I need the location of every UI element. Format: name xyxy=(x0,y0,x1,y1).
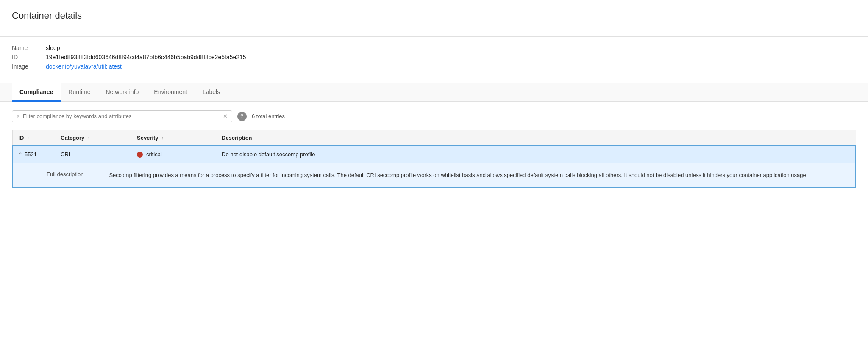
filter-row: ▿ ✕ ? 6 total entries xyxy=(12,110,856,122)
image-label: Image xyxy=(12,63,46,70)
meta-section: Name sleep ID 19e1fed893883fdd603646d8f9… xyxy=(0,37,868,77)
full-desc-text: Seccomp filtering provides a means for a… xyxy=(109,171,806,180)
image-link[interactable]: docker.io/yuvalavra/util:latest xyxy=(46,63,122,70)
tabs-bar: Compliance Runtime Network info Environm… xyxy=(0,83,868,102)
filter-icon: ▿ xyxy=(17,113,19,119)
meta-name-row: Name sleep xyxy=(12,44,856,51)
table-body: ⌃ 5521 CRI critical Do not disable defau… xyxy=(12,146,856,188)
table-row[interactable]: ⌃ 5521 CRI critical Do not disable defau… xyxy=(12,146,856,163)
row-id-cell: ⌃ 5521 xyxy=(12,146,55,163)
row-description-cell: Do not disable default seccomp profile xyxy=(216,146,856,163)
total-entries: 6 total entries xyxy=(252,113,285,119)
compliance-content: ▿ ✕ ? 6 total entries ID ↕ Category ↕ Se… xyxy=(0,102,868,196)
table-header: ID ↕ Category ↕ Severity ↕ Description xyxy=(12,130,856,146)
tab-labels[interactable]: Labels xyxy=(195,83,228,102)
detail-content: Full description Seccomp filtering provi… xyxy=(47,171,843,180)
row-severity-cell: critical xyxy=(131,146,216,163)
filter-input-wrap[interactable]: ▿ ✕ xyxy=(12,110,232,122)
row-id-value: 5521 xyxy=(25,151,37,158)
severity-dot xyxy=(137,152,143,158)
id-label: ID xyxy=(12,54,46,61)
detail-cell: Full description Seccomp filtering provi… xyxy=(12,163,856,188)
col-header-description: Description xyxy=(216,130,856,146)
meta-image-row: Image docker.io/yuvalavra/util:latest xyxy=(12,63,856,70)
tab-runtime[interactable]: Runtime xyxy=(61,83,98,102)
name-label: Name xyxy=(12,44,46,51)
row-category-cell: CRI xyxy=(55,146,131,163)
col-header-id[interactable]: ID ↕ xyxy=(12,130,55,146)
tab-environment[interactable]: Environment xyxy=(146,83,195,102)
sort-arrows-category[interactable]: ↕ xyxy=(88,136,90,140)
full-desc-label: Full description xyxy=(47,171,83,180)
page-title: Container details xyxy=(12,10,856,21)
compliance-table: ID ↕ Category ↕ Severity ↕ Description xyxy=(12,130,856,188)
col-header-category[interactable]: Category ↕ xyxy=(55,130,131,146)
col-header-severity[interactable]: Severity ↕ xyxy=(131,130,216,146)
container-details-page: Container details Name sleep ID 19e1fed8… xyxy=(0,0,868,351)
page-header: Container details xyxy=(0,0,868,37)
help-icon[interactable]: ? xyxy=(237,112,247,121)
clear-icon[interactable]: ✕ xyxy=(223,113,228,119)
id-value: 19e1fed893883fdd603646d8f94cd4a87bfb6c44… xyxy=(46,54,246,61)
severity-label: critical xyxy=(146,151,162,158)
tab-network-info[interactable]: Network info xyxy=(98,83,147,102)
sort-arrows-id[interactable]: ↕ xyxy=(27,136,29,140)
sort-arrows-severity[interactable]: ↕ xyxy=(161,136,164,140)
filter-input[interactable] xyxy=(23,113,220,119)
tab-compliance[interactable]: Compliance xyxy=(12,83,61,102)
expand-chevron[interactable]: ⌃ xyxy=(19,152,22,157)
meta-id-row: ID 19e1fed893883fdd603646d8f94cd4a87bfb6… xyxy=(12,54,856,61)
table-row-detail: Full description Seccomp filtering provi… xyxy=(12,163,856,188)
name-value: sleep xyxy=(46,44,60,51)
